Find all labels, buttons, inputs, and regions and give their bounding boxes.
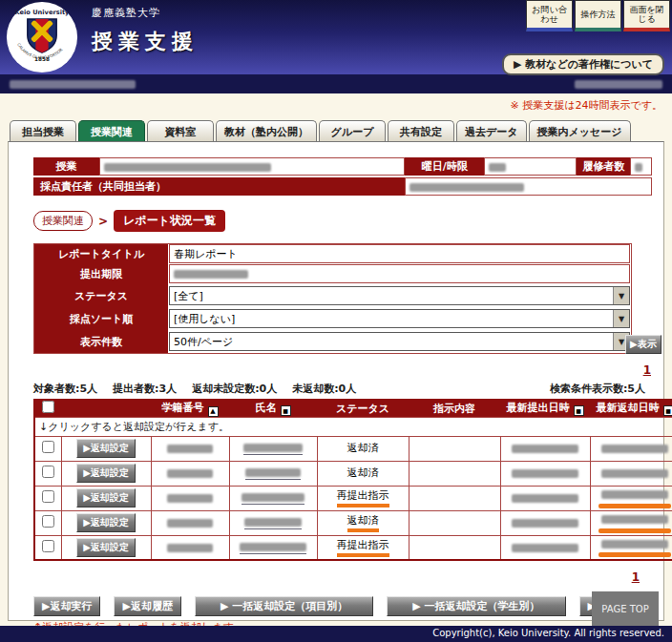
tab-past-data[interactable]: 過去データ bbox=[456, 120, 527, 141]
sort-asc-icon[interactable]: ▲ bbox=[208, 406, 219, 417]
orange-highlight-bar bbox=[598, 528, 671, 533]
materials-copyright-link[interactable]: ▶ 教材などの著作権について bbox=[502, 53, 664, 75]
header-checkbox-cell bbox=[34, 400, 61, 417]
tab-assigned-classes[interactable]: 担当授業 bbox=[10, 120, 76, 141]
dropdown-arrow-icon[interactable]: ▼ bbox=[613, 287, 629, 304]
stat-targets: 対象者数:5人 bbox=[33, 382, 97, 396]
bulk-return-by-item-button[interactable]: ▶ 一括返却設定（項目別） bbox=[195, 596, 373, 616]
table-row: ▶返却設定 再提出指示 bbox=[34, 486, 672, 510]
student-id-cell bbox=[151, 486, 229, 510]
status-value: 返却済 bbox=[347, 513, 379, 532]
status-value: 再提出指示 bbox=[337, 538, 389, 557]
execute-return-button[interactable]: ▶返却実行 bbox=[33, 596, 100, 616]
close-screen-button[interactable]: 画面を閉じる bbox=[623, 0, 670, 31]
stat-return-unset: 返却未設定数:0人 bbox=[192, 382, 277, 396]
stat-unreturned: 未返却数:0人 bbox=[292, 382, 356, 396]
enrollment-value bbox=[630, 157, 652, 176]
tab-materials[interactable]: 教材（塾内公開） bbox=[216, 120, 317, 141]
page-1-link[interactable]: 1 bbox=[643, 363, 651, 377]
header-nav-buttons: お問い合わせ 操作方法 画面を閉じる bbox=[526, 0, 670, 31]
tab-share-settings[interactable]: 共有設定 bbox=[388, 120, 454, 141]
sort-icon[interactable]: ■ bbox=[663, 405, 672, 416]
university-name: 慶應義塾大学 bbox=[92, 6, 199, 20]
course-value bbox=[99, 157, 405, 176]
instruction-cell bbox=[409, 535, 500, 560]
report-filter: レポートタイトル 提出期限 ステータス 採点ソート順 表示件数 春期レポート [… bbox=[33, 243, 632, 354]
return-history-button[interactable]: ▶返却履歴 bbox=[114, 596, 180, 616]
sort-icon[interactable]: ■ bbox=[574, 405, 584, 416]
filter-labels: レポートタイトル 提出期限 ステータス 採点ソート順 表示件数 bbox=[34, 244, 168, 353]
student-id-cell bbox=[151, 461, 229, 486]
page-1-link[interactable]: 1 bbox=[632, 570, 640, 584]
tab-group[interactable]: グループ bbox=[319, 120, 386, 141]
tab-class-related[interactable]: 授業関連 bbox=[78, 120, 145, 141]
return-setting-button[interactable]: ▶返却設定 bbox=[76, 488, 136, 507]
sort-label: 採点ソート順 bbox=[34, 307, 168, 330]
student-id-cell bbox=[151, 535, 229, 560]
breadcrumb-report-status-list[interactable]: レポート状況一覧 bbox=[114, 210, 225, 232]
table-row: ▶返却設定 返却済 bbox=[34, 510, 672, 535]
tab-class-messages[interactable]: 授業内メッセージ bbox=[529, 120, 631, 141]
return-date-cell bbox=[590, 436, 672, 461]
status-value: 再提出指示 bbox=[337, 488, 389, 507]
status-select[interactable]: [全て] ▼ bbox=[169, 286, 630, 305]
breadcrumb-class-related[interactable]: 授業関連 bbox=[33, 211, 93, 231]
course-info-table: 授業 曜日/時限 履修者数 採点責任者（共同担当者） bbox=[33, 155, 652, 197]
row-checkbox[interactable] bbox=[42, 515, 54, 528]
instruction-cell bbox=[409, 461, 500, 486]
sort-icon[interactable]: ■ bbox=[281, 405, 291, 416]
return-setting-button[interactable]: ▶返却設定 bbox=[76, 464, 136, 483]
orange-highlight-bar bbox=[598, 504, 671, 508]
course-support-page: Keio University 1858 CALAMVS GLADIO FORT… bbox=[0, 0, 672, 642]
return-date-cell bbox=[590, 461, 672, 486]
report-title-value: 春期レポート bbox=[169, 244, 630, 263]
pagination-top: 1 bbox=[33, 354, 657, 380]
row-checkbox[interactable] bbox=[42, 441, 54, 453]
student-name-link[interactable] bbox=[229, 535, 317, 560]
row-checkbox[interactable] bbox=[42, 466, 54, 478]
contact-button[interactable]: お問い合わせ bbox=[526, 0, 573, 31]
instruction-cell bbox=[409, 436, 500, 461]
page-top-button[interactable]: PAGE TOP bbox=[592, 591, 659, 626]
tab-resource-room[interactable]: 資料室 bbox=[147, 120, 214, 141]
display-button[interactable]: ▶表示 bbox=[625, 335, 662, 354]
select-all-checkbox[interactable] bbox=[42, 401, 54, 413]
return-setting-button[interactable]: ▶返却設定 bbox=[76, 513, 136, 532]
enrollment-label: 履修者数 bbox=[577, 157, 630, 176]
pagination-bottom: 1 bbox=[33, 561, 645, 587]
per-page-select[interactable]: 50件/ページ ▼ bbox=[169, 332, 630, 351]
student-name-link[interactable] bbox=[229, 510, 317, 535]
row-checkbox[interactable] bbox=[42, 490, 54, 503]
return-date-cell bbox=[590, 510, 672, 535]
return-date-cell bbox=[590, 535, 672, 560]
app-title: 授業支援 bbox=[92, 28, 199, 56]
per-page-label: 表示件数 bbox=[34, 330, 168, 353]
student-name-link[interactable] bbox=[229, 461, 317, 486]
grader-label: 採点責任者（共同担当者） bbox=[33, 177, 405, 196]
return-setting-button[interactable]: ▶返却設定 bbox=[76, 538, 136, 557]
logo-university-name: Keio University bbox=[15, 9, 71, 16]
instruction-cell bbox=[409, 510, 500, 535]
course-label: 授業 bbox=[33, 157, 99, 176]
main-tab-bar: 担当授業 授業関連 資料室 教材（塾内公開） グループ 共有設定 過去データ 授… bbox=[10, 120, 672, 141]
sort-select[interactable]: [使用しない] ▼ bbox=[169, 309, 630, 328]
help-button[interactable]: 操作方法 bbox=[575, 0, 621, 31]
table-row: ▶返却設定 返却済 bbox=[34, 436, 672, 461]
dropdown-arrow-icon[interactable]: ▼ bbox=[613, 310, 629, 327]
table-note: ↓クリックすると返却設定が行えます。 bbox=[34, 417, 672, 436]
table-row: ▶返却設定 返却済 bbox=[34, 461, 672, 486]
row-checkbox[interactable] bbox=[42, 540, 54, 552]
report-stats: 対象者数:5人 提出者数:3人 返却未設定数:0人 未返却数:0人 検索条件表示… bbox=[33, 380, 645, 399]
table-header-row: 学籍番号▲ 氏名■ ステータス 指示内容 最新提出日時■ 最新返却日時■ bbox=[34, 400, 672, 417]
col-latest-return: 最新返却日時■ bbox=[590, 400, 672, 417]
stat-submitted: 提出者数:3人 bbox=[113, 382, 177, 396]
table-note-row: ↓クリックすると返却設定が行えます。 bbox=[34, 417, 672, 436]
student-name-link[interactable] bbox=[229, 486, 317, 510]
col-student-id: 学籍番号▲ bbox=[151, 400, 229, 417]
bulk-return-by-student-button[interactable]: ▶ 一括返却設定（学生別） bbox=[387, 596, 565, 616]
24h-notice: ※ 授業支援は24時間表示です。 bbox=[0, 93, 672, 114]
return-setting-button[interactable]: ▶返却設定 bbox=[76, 439, 136, 458]
status-value: 返却済 bbox=[347, 441, 379, 456]
student-name-link[interactable] bbox=[229, 436, 317, 461]
orange-highlight-bar bbox=[598, 552, 671, 557]
